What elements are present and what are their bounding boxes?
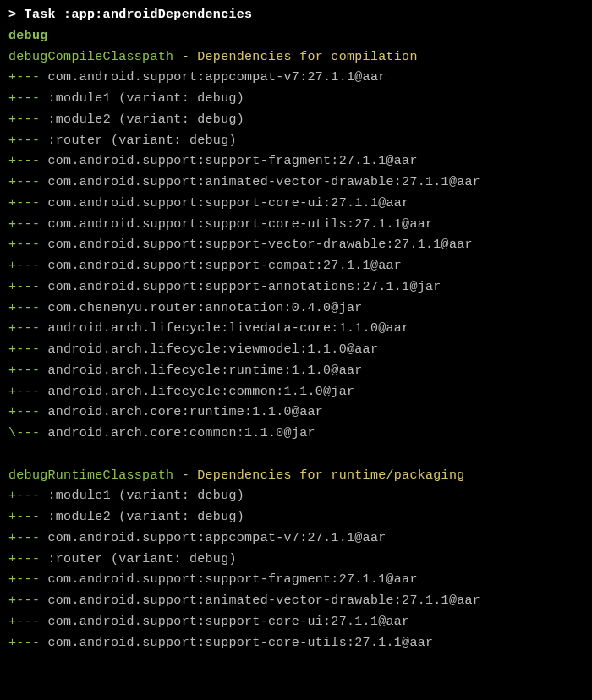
- classpath-title: debugCompileClasspath: [8, 50, 173, 64]
- tree-connector: +---: [8, 510, 48, 524]
- tree-connector: +---: [8, 385, 48, 399]
- variant-line: debug: [8, 26, 584, 47]
- dependency-name: :module1 (variant: debug): [48, 489, 245, 503]
- dependency-name: com.android.support:support-core-utils:2…: [48, 217, 434, 232]
- tree-connector: +---: [8, 280, 48, 294]
- dependency-name: com.android.support:support-core-ui:27.1…: [48, 615, 410, 629]
- tree-connector: +---: [8, 196, 48, 211]
- tree-connector: +---: [8, 301, 48, 315]
- separator: -: [173, 468, 197, 483]
- dependency-line: +--- :module1 (variant: debug): [8, 486, 584, 507]
- task-name: Task :app:androidDependencies: [25, 8, 253, 22]
- dependency-line: +--- :module2 (variant: debug): [8, 110, 584, 131]
- dependency-line: +--- com.android.support:appcompat-v7:27…: [8, 68, 584, 89]
- dependency-line: +--- android.arch.lifecycle:runtime:1.1.…: [8, 361, 584, 382]
- dependency-name: :router (variant: debug): [48, 552, 237, 566]
- variant-label: debug: [8, 29, 48, 43]
- blank-line: [8, 445, 584, 466]
- dependency-line: +--- android.arch.lifecycle:viewmodel:1.…: [8, 340, 584, 361]
- tree-connector: +---: [8, 238, 48, 252]
- separator: -: [173, 50, 197, 64]
- task-header-line: > Task :app:androidDependencies: [8, 5, 584, 26]
- dependency-name: :router (variant: debug): [48, 134, 237, 148]
- dependency-name: android.arch.lifecycle:common:1.1.0@jar: [48, 385, 355, 399]
- prompt-symbol: >: [8, 8, 25, 22]
- tree-connector: +---: [8, 134, 48, 148]
- dependency-line: +--- android.arch.core:runtime:1.1.0@aar: [8, 402, 584, 424]
- dependency-name: android.arch.lifecycle:runtime:1.1.0@aar: [48, 364, 363, 378]
- classpath-title: debugRuntimeClasspath: [8, 468, 173, 483]
- dependency-line: +--- com.android.support:support-core-ut…: [8, 633, 584, 654]
- dependency-name: :module2 (variant: debug): [48, 112, 245, 127]
- dependency-line: +--- :router (variant: debug): [8, 550, 584, 571]
- dependency-name: android.arch.core:runtime:1.1.0@aar: [48, 405, 324, 419]
- dependency-name: com.android.support:appcompat-v7:27.1.1@…: [48, 531, 386, 545]
- dependency-line: +--- android.arch.lifecycle:livedata-cor…: [8, 319, 584, 340]
- dependency-name: com.android.support:support-core-utils:2…: [48, 636, 434, 650]
- dependency-line: \--- android.arch.core:common:1.1.0@jar: [8, 424, 584, 445]
- terminal-output: > Task :app:androidDependenciesdebugdebu…: [8, 5, 584, 654]
- tree-connector: +---: [8, 364, 48, 378]
- classpath-description: Dependencies for runtime/packaging: [197, 468, 464, 483]
- tree-connector: +---: [8, 489, 48, 503]
- dependency-name: com.chenenyu.router:annotation:0.4.0@jar: [48, 301, 363, 315]
- tree-connector: +---: [8, 175, 48, 189]
- dependency-name: android.arch.lifecycle:livedata-core:1.1…: [48, 321, 410, 336]
- dependency-name: com.android.support:support-core-ui:27.1…: [48, 196, 410, 211]
- dependency-line: +--- com.android.support:support-core-ui…: [8, 194, 584, 215]
- dependency-line: +--- :router (variant: debug): [8, 131, 584, 152]
- dependency-name: com.android.support:support-compat:27.1.…: [48, 259, 403, 273]
- dependency-line: +--- com.android.support:appcompat-v7:27…: [8, 528, 584, 550]
- classpath-description: Dependencies for compilation: [197, 50, 417, 64]
- section-header-line: debugRuntimeClasspath - Dependencies for…: [8, 466, 584, 487]
- tree-connector: \---: [8, 426, 48, 440]
- dependency-line: +--- android.arch.lifecycle:common:1.1.0…: [8, 382, 584, 403]
- dependency-line: +--- :module1 (variant: debug): [8, 89, 584, 110]
- dependency-line: +--- com.android.support:support-core-ui…: [8, 612, 584, 633]
- dependency-line: +--- :module2 (variant: debug): [8, 507, 584, 528]
- tree-connector: +---: [8, 321, 48, 336]
- tree-connector: +---: [8, 91, 48, 106]
- dependency-name: android.arch.core:common:1.1.0@jar: [48, 426, 315, 440]
- dependency-name: com.android.support:support-fragment:27.…: [48, 154, 418, 168]
- dependency-name: com.android.support:appcompat-v7:27.1.1@…: [48, 70, 386, 85]
- dependency-name: android.arch.lifecycle:viewmodel:1.1.0@a…: [48, 342, 379, 357]
- section-header-line: debugCompileClasspath - Dependencies for…: [8, 47, 584, 68]
- dependency-line: +--- com.android.support:support-compat:…: [8, 256, 584, 277]
- dependency-line: +--- com.android.support:animated-vector…: [8, 172, 584, 194]
- dependency-line: +--- com.android.support:support-annotat…: [8, 277, 584, 298]
- dependency-line: +--- com.android.support:support-vector-…: [8, 235, 584, 256]
- dependency-name: :module2 (variant: debug): [48, 510, 245, 524]
- dependency-name: :module1 (variant: debug): [48, 91, 245, 106]
- tree-connector: +---: [8, 112, 48, 127]
- dependency-line: +--- com.android.support:support-fragmen…: [8, 570, 584, 591]
- tree-connector: +---: [8, 405, 48, 419]
- dependency-line: +--- com.android.support:support-core-ut…: [8, 215, 584, 236]
- tree-connector: +---: [8, 615, 48, 629]
- tree-connector: +---: [8, 259, 48, 273]
- tree-connector: +---: [8, 217, 48, 232]
- dependency-name: com.android.support:support-vector-drawa…: [48, 238, 473, 252]
- tree-connector: +---: [8, 572, 48, 587]
- tree-connector: +---: [8, 342, 48, 357]
- dependency-name: com.android.support:animated-vector-draw…: [48, 175, 481, 189]
- dependency-name: com.android.support:support-annotations:…: [48, 280, 441, 294]
- tree-connector: +---: [8, 70, 48, 85]
- dependency-line: +--- com.android.support:support-fragmen…: [8, 151, 584, 172]
- dependency-line: +--- com.chenenyu.router:annotation:0.4.…: [8, 298, 584, 320]
- dependency-line: +--- com.android.support:animated-vector…: [8, 591, 584, 612]
- tree-connector: +---: [8, 593, 48, 608]
- dependency-name: com.android.support:support-fragment:27.…: [48, 572, 418, 587]
- dependency-name: com.android.support:animated-vector-draw…: [48, 593, 481, 608]
- tree-connector: +---: [8, 636, 48, 650]
- tree-connector: +---: [8, 531, 48, 545]
- tree-connector: +---: [8, 154, 48, 168]
- tree-connector: +---: [8, 552, 48, 566]
